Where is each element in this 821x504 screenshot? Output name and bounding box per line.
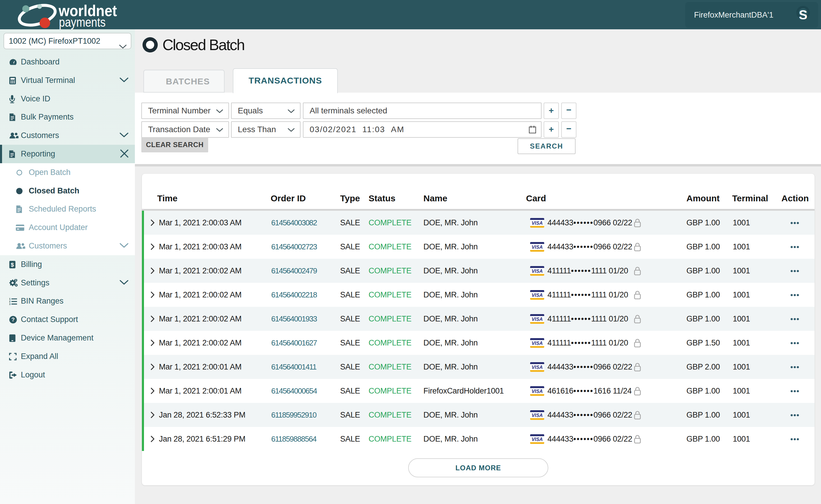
svg-text:VISA: VISA xyxy=(532,244,543,250)
svg-text:VISA: VISA xyxy=(532,413,543,418)
svg-text:VISA: VISA xyxy=(532,268,543,274)
svg-text:?: ? xyxy=(11,316,15,323)
svg-text:VISA: VISA xyxy=(532,220,543,226)
svg-text:VISA: VISA xyxy=(532,389,543,394)
svg-text:VISA: VISA xyxy=(532,316,543,322)
svg-text:VISA: VISA xyxy=(532,292,543,298)
svg-text:VISA: VISA xyxy=(532,437,543,442)
svg-text:3: 3 xyxy=(9,302,11,305)
svg-text:$: $ xyxy=(11,262,14,268)
svg-text:payments: payments xyxy=(59,15,106,29)
svg-text:VISA: VISA xyxy=(532,340,543,346)
svg-text:VISA: VISA xyxy=(532,365,543,370)
